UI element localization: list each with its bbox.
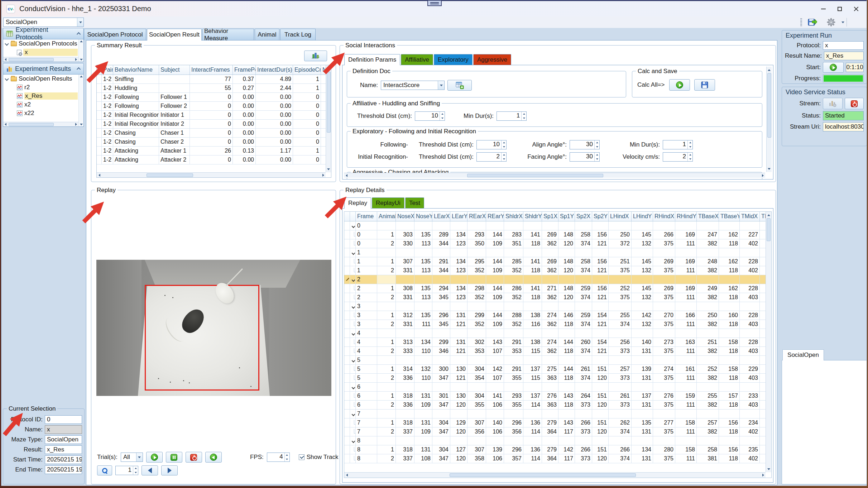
cell[interactable]: 158 xyxy=(675,418,697,427)
animal-data-row[interactable]: 3131213529613129914428813827414625915425… xyxy=(344,311,766,320)
cell[interactable] xyxy=(740,302,760,311)
cell[interactable] xyxy=(760,230,766,239)
collapse-icon[interactable] xyxy=(77,32,81,36)
cell[interactable] xyxy=(675,356,697,364)
cell[interactable]: 118 xyxy=(719,293,740,302)
cell[interactable]: 2 xyxy=(377,266,396,275)
cell[interactable] xyxy=(321,156,326,164)
cell[interactable] xyxy=(377,410,396,418)
cell[interactable]: 1 xyxy=(293,147,321,155)
cell[interactable]: 280 xyxy=(653,445,675,454)
cell[interactable]: 0 xyxy=(190,129,233,137)
cell[interactable]: 113 xyxy=(414,239,432,248)
row-selector[interactable] xyxy=(344,320,350,329)
cell[interactable] xyxy=(450,221,467,230)
cell[interactable]: 382 xyxy=(697,374,719,382)
cell[interactable] xyxy=(632,410,653,418)
cell[interactable]: 382 xyxy=(697,347,719,355)
cell[interactable]: 142 xyxy=(632,311,653,320)
cell[interactable] xyxy=(719,302,740,311)
cell[interactable]: Attacking xyxy=(113,147,159,155)
header-cell[interactable]: ShldrY xyxy=(523,212,542,221)
cell[interactable]: 1-2 xyxy=(102,111,113,119)
cell[interactable] xyxy=(609,356,632,364)
cell[interactable] xyxy=(523,221,542,230)
cell[interactable]: 252 xyxy=(609,284,632,293)
cell[interactable]: 1 xyxy=(377,284,396,293)
cell[interactable] xyxy=(760,329,766,338)
table-row[interactable]: 1-2Initial RecognitionInitiator 100.000.… xyxy=(97,111,326,120)
cell[interactable]: 132 xyxy=(632,239,653,248)
cell[interactable]: 134 xyxy=(450,284,467,293)
cell[interactable]: 151 xyxy=(592,445,609,454)
cell[interactable]: 118 xyxy=(523,239,542,248)
cell[interactable] xyxy=(558,410,575,418)
cell[interactable]: 355 xyxy=(467,401,486,409)
cell[interactable]: 0.00 xyxy=(256,129,293,137)
cell[interactable] xyxy=(467,275,486,284)
cell[interactable]: 1 xyxy=(293,84,321,92)
tree-node-socialopen-protocols[interactable]: SocialOpen Protocols xyxy=(3,39,83,48)
cell[interactable] xyxy=(760,436,766,445)
cell[interactable]: 1-2 xyxy=(102,102,113,110)
cell[interactable]: 1 xyxy=(377,392,396,400)
cell[interactable] xyxy=(396,275,414,284)
cell[interactable]: 139 xyxy=(632,365,653,373)
cell[interactable] xyxy=(321,93,326,101)
cell[interactable] xyxy=(760,320,766,329)
cell[interactable] xyxy=(450,436,467,445)
cell[interactable]: 308 xyxy=(396,284,414,293)
cell[interactable]: 345 xyxy=(432,320,450,329)
vertical-scrollbar[interactable] xyxy=(766,67,772,172)
cell[interactable]: 120 xyxy=(450,401,467,409)
cell[interactable]: 350 xyxy=(467,239,486,248)
cell[interactable] xyxy=(432,436,450,445)
cell[interactable]: 121 xyxy=(450,374,467,382)
cell[interactable]: 118 xyxy=(719,427,740,436)
cell[interactable]: 374 xyxy=(575,239,592,248)
cell[interactable] xyxy=(760,302,766,311)
expander-icon[interactable] xyxy=(352,386,355,389)
cell[interactable] xyxy=(575,221,592,230)
cell[interactable] xyxy=(592,356,609,364)
cell[interactable]: 296 xyxy=(432,311,450,320)
cell[interactable]: 351 xyxy=(504,239,523,248)
cell[interactable]: 382 xyxy=(697,266,719,275)
frame-group-row[interactable]: 6 xyxy=(344,383,766,392)
cell[interactable] xyxy=(486,410,504,418)
cell[interactable]: 257 xyxy=(697,418,719,427)
cell[interactable]: 144 xyxy=(486,230,504,239)
cell[interactable]: 143 xyxy=(558,418,575,427)
cell[interactable] xyxy=(558,275,575,284)
cell[interactable]: 113 xyxy=(414,266,432,275)
cell[interactable] xyxy=(486,383,504,391)
cell[interactable]: 337 xyxy=(396,427,414,436)
cell[interactable] xyxy=(609,410,632,418)
cell[interactable]: 344 xyxy=(432,266,450,275)
cell[interactable]: 144 xyxy=(558,365,575,373)
cell[interactable]: 402 xyxy=(740,266,760,275)
cell[interactable]: 314 xyxy=(396,365,414,373)
cell[interactable] xyxy=(760,427,766,436)
cell[interactable]: Attacker 2 xyxy=(159,156,190,164)
cell[interactable] xyxy=(486,221,504,230)
frame-cell[interactable]: 0 xyxy=(356,221,377,230)
cell[interactable]: 0.00 xyxy=(233,102,256,110)
cell[interactable]: 373 xyxy=(575,427,592,436)
frame-cell[interactable]: 2 xyxy=(356,275,377,284)
cell[interactable] xyxy=(396,410,414,418)
cell[interactable]: 144 xyxy=(486,257,504,266)
spinner-buttons[interactable] xyxy=(501,140,506,149)
cell[interactable]: 1 xyxy=(293,75,321,83)
cell[interactable] xyxy=(575,275,592,284)
cell[interactable]: 111 xyxy=(675,401,697,409)
row-selector[interactable] xyxy=(344,445,350,454)
cell[interactable]: 289 xyxy=(432,230,450,239)
close-button[interactable] xyxy=(848,1,864,16)
cell[interactable]: 2 xyxy=(377,427,396,436)
cell[interactable] xyxy=(486,275,504,284)
cell[interactable] xyxy=(504,356,523,364)
animal-data-row[interactable]: 7233710934712035610635611436411737312037… xyxy=(344,427,766,436)
frame-cell[interactable]: 4 xyxy=(356,347,377,355)
cell[interactable] xyxy=(504,410,523,418)
